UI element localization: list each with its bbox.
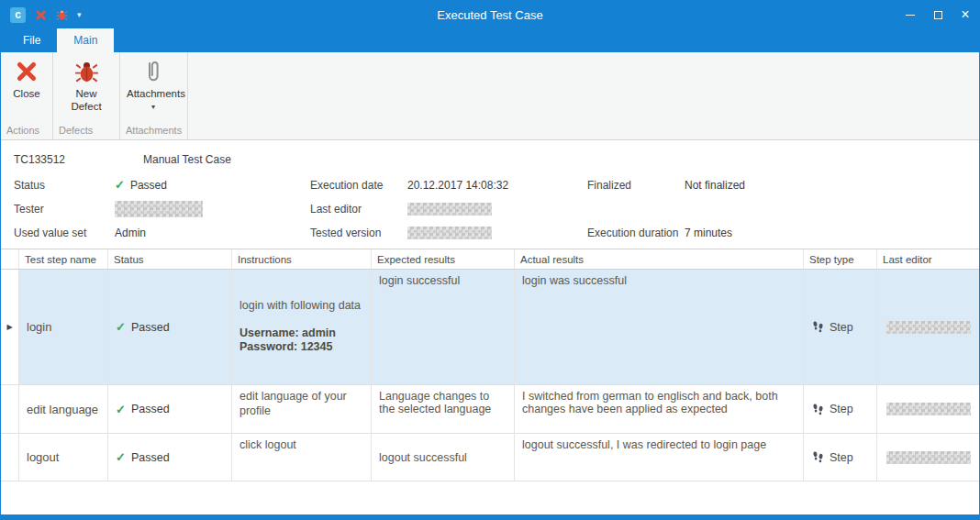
- tab-file[interactable]: File: [6, 28, 57, 52]
- ribbon-tabs: File Main: [1, 28, 979, 52]
- tested-version-value: [407, 227, 587, 239]
- cell-status[interactable]: ✓Passed: [108, 385, 232, 434]
- close-button-label: Close: [13, 88, 39, 101]
- test-case-details: TC133512 Manual Test Case Status ✓ Passe…: [1, 140, 979, 249]
- redacted-tested-version: [407, 227, 492, 239]
- window-bottom-border: [1, 514, 979, 519]
- header-step-type[interactable]: Step type: [804, 249, 877, 269]
- qat-dropdown-icon[interactable]: ▾: [77, 10, 82, 19]
- cell-expected-results[interactable]: Language changes to the selected languag…: [372, 385, 515, 434]
- table-header-row: Test step name Status Instructions Expec…: [1, 249, 979, 270]
- cell-step-name[interactable]: edit language: [19, 385, 108, 434]
- table-row-login[interactable]: ▶ login ✓Passed login with following dat…: [1, 270, 979, 385]
- execution-date-label: Execution date: [310, 179, 407, 192]
- ribbon: Close Actions New Defect: [1, 52, 979, 140]
- header-test-step-name[interactable]: Test step name: [19, 249, 108, 269]
- qat-close-icon[interactable]: [35, 9, 47, 21]
- footprints-icon: [811, 450, 825, 464]
- minimize-button[interactable]: [896, 1, 924, 28]
- tab-main[interactable]: Main: [57, 28, 114, 52]
- redacted-editor: [886, 403, 971, 415]
- cell-instructions[interactable]: click logout: [232, 434, 372, 481]
- cell-actual-results[interactable]: logout successful, I was redirected to l…: [515, 434, 804, 481]
- minimize-icon: [906, 15, 915, 16]
- finalized-value: Not finalized: [685, 179, 979, 192]
- test-case-type: Manual Test Case: [143, 153, 231, 166]
- ribbon-group-actions: Close Actions: [1, 52, 53, 139]
- header-instructions[interactable]: Instructions: [232, 249, 372, 269]
- status-label: Status: [14, 179, 115, 192]
- close-window-button[interactable]: ×: [952, 1, 979, 28]
- redacted-editor: [886, 451, 971, 464]
- qat-bug-icon[interactable]: [56, 9, 68, 21]
- cell-last-editor[interactable]: [877, 385, 979, 434]
- window-controls: ×: [896, 1, 979, 28]
- title-bar: c ▾ Executed Test Case ×: [1, 1, 979, 28]
- cell-instructions[interactable]: edit language of your profile: [232, 385, 372, 434]
- status-value: ✓ Passed: [115, 178, 310, 192]
- bug-icon: [74, 57, 99, 86]
- tester-value: [115, 201, 310, 217]
- cell-step-type[interactable]: Step: [804, 434, 877, 481]
- header-actual-results[interactable]: Actual results: [515, 249, 804, 269]
- cell-step-type[interactable]: Step: [804, 270, 877, 385]
- paperclip-icon: [143, 57, 163, 86]
- ribbon-group-attachments: Attachments ▾ Attachments: [120, 52, 188, 139]
- executed-test-case-window: c ▾ Executed Test Case × File Main: [0, 0, 980, 520]
- cell-instructions[interactable]: login with following data Username: admi…: [232, 270, 372, 385]
- close-x-icon: [15, 57, 39, 86]
- header-expected-results[interactable]: Expected results: [372, 249, 515, 269]
- cell-expected-results[interactable]: logout successful: [372, 434, 515, 481]
- close-test-case-button[interactable]: Close: [4, 55, 50, 123]
- redacted-editor: [886, 321, 971, 334]
- execution-date-value: 20.12.2017 14:08:32: [407, 179, 587, 192]
- cell-last-editor[interactable]: [877, 434, 979, 481]
- header-status[interactable]: Status: [108, 249, 232, 269]
- tested-version-label: Tested version: [310, 227, 407, 239]
- window-title: Executed Test Case: [1, 8, 979, 22]
- check-icon: ✓: [116, 403, 126, 416]
- cell-last-editor[interactable]: [877, 270, 979, 385]
- cell-expected-results[interactable]: login successful: [372, 270, 515, 385]
- execution-duration-label: Execution duration: [587, 227, 685, 239]
- finalized-label: Finalized: [587, 179, 685, 192]
- maximize-button[interactable]: [924, 1, 952, 28]
- tester-label: Tester: [14, 203, 115, 216]
- used-value-set-value: Admin: [115, 227, 310, 239]
- cell-actual-results[interactable]: I switched from german to englisch and b…: [515, 385, 804, 434]
- redacted-tester: [115, 201, 203, 217]
- cell-actual-results[interactable]: login was successful: [515, 270, 804, 385]
- row-arrow-icon: ▶: [6, 323, 12, 331]
- app-logo-icon[interactable]: c: [10, 7, 26, 23]
- row-indicator: [1, 385, 19, 434]
- footprints-icon: [811, 320, 825, 334]
- new-defect-button-label: New Defect: [60, 88, 113, 114]
- redacted-last-editor: [407, 203, 492, 216]
- app-logo-letter: c: [15, 8, 21, 21]
- cell-step-name[interactable]: logout: [19, 434, 108, 481]
- header-indicator: [1, 249, 19, 269]
- quick-access-toolbar: c ▾: [1, 7, 82, 23]
- new-defect-button[interactable]: New Defect: [56, 55, 117, 123]
- check-icon: ✓: [116, 320, 126, 334]
- cell-step-name[interactable]: login: [19, 270, 108, 385]
- ribbon-group-defects: New Defect Defects: [53, 52, 120, 139]
- attachments-button-label: Attachments: [127, 88, 180, 101]
- attachments-dropdown-icon: ▾: [151, 103, 155, 111]
- ribbon-group-caption-defects: Defects: [53, 123, 119, 139]
- cell-status[interactable]: ✓Passed: [108, 270, 232, 385]
- last-editor-label: Last editor: [310, 203, 407, 216]
- ribbon-group-caption-actions: Actions: [1, 123, 52, 139]
- cell-step-type[interactable]: Step: [804, 385, 877, 434]
- header-last-editor[interactable]: Last editor: [877, 249, 979, 269]
- check-icon: ✓: [115, 178, 125, 192]
- cell-status[interactable]: ✓Passed: [108, 434, 232, 481]
- table-row-logout[interactable]: logout ✓Passed click logout logout succe…: [1, 434, 979, 481]
- attachments-button[interactable]: Attachments ▾: [123, 55, 184, 123]
- footprints-icon: [811, 403, 825, 416]
- check-icon: ✓: [116, 450, 126, 464]
- row-indicator: [1, 434, 19, 481]
- table-row-edit-language[interactable]: edit language ✓Passed edit language of y…: [1, 385, 979, 434]
- maximize-icon: [934, 11, 942, 19]
- used-value-set-label: Used value set: [14, 227, 115, 239]
